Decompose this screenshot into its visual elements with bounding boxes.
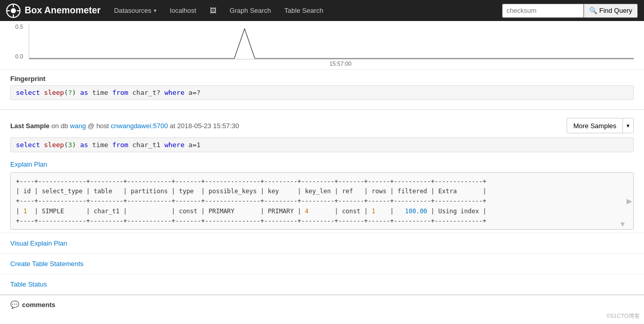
svg-point-1 [11,8,16,13]
table-status-section: Table Status [0,274,644,294]
navbar: Box Anemometer Datasources ▾ localhost 🖼… [0,0,644,21]
more-samples-button[interactable]: More Samples [567,118,622,133]
visual-explain-section: Visual Explain Plan [0,233,644,253]
comments-bar: 💬 comments [0,294,644,314]
nav-image[interactable]: 🖼 [205,0,222,21]
chart-y-axis: 0.5 0.0 [10,24,25,59]
comments-icon: 💬 [10,300,19,309]
last-sample-label: Last Sample [10,122,50,130]
last-sample-host: cnwangdawei:5700 [111,122,168,130]
visual-explain-link[interactable]: Visual Explain Plan [10,239,67,247]
fingerprint-code: select sleep(?) as time from char_t? whe… [10,85,634,100]
chart-x-label: 15:57:00 [47,60,634,67]
create-table-section: Create Table Statements [0,253,644,274]
comments-label: comments [22,301,55,309]
image-icon: 🖼 [210,7,216,14]
nav-localhost[interactable]: localhost [165,0,201,21]
explain-table-wrapper: +----+-------------+---------+----------… [10,172,634,230]
explain-code: +----+-------------+---------+----------… [11,173,633,229]
search-icon: 🔍 [589,7,597,14]
last-sample-code-section: select sleep(3) as time from char_t1 whe… [0,137,644,157]
create-table-link[interactable]: Create Table Statements [10,260,84,268]
nav-table-search[interactable]: Table Search [279,0,329,21]
more-samples-group: More Samples ▾ [567,118,634,133]
nav-datasources[interactable]: Datasources ▾ [109,0,162,21]
search-input[interactable] [502,4,584,18]
chevron-down-icon: ▾ [154,8,156,13]
last-sample-db: wang [70,122,86,130]
scroll-right-indicator: ▶ [627,197,632,205]
chart-svg [29,24,634,59]
scroll-bottom-indicator: ▼ [619,220,626,228]
caret-down-icon: ▾ [627,123,630,129]
explain-scroll[interactable]: +----+-------------+---------+----------… [11,173,633,229]
watermark: ©51CTO博客 [607,312,640,314]
brand-icon [6,4,21,18]
last-sample-title: Last Sample on db wang @ host cnwangdawe… [10,122,239,130]
chart-area: 0.5 0.0 15:57:00 [0,21,644,70]
find-query-button[interactable]: 🔍 Find Query [584,4,638,18]
nav-graph-search[interactable]: Graph Search [225,0,276,21]
fingerprint-section: Fingerprint select sleep(?) as time from… [0,70,644,105]
more-samples-dropdown-button[interactable]: ▾ [622,118,634,133]
brand-label: Box Anemometer [25,5,100,16]
table-status-link[interactable]: Table Status [10,280,47,288]
explain-plan-title[interactable]: Explain Plan [10,160,634,168]
search-box: 🔍 Find Query [502,4,638,18]
brand: Box Anemometer [6,4,100,18]
last-sample-timestamp: 2018-05-23 15:57:30 [177,122,239,130]
last-sample-header: Last Sample on db wang @ host cnwangdawe… [0,114,644,137]
last-sample-code: select sleep(3) as time from char_t1 whe… [10,137,634,152]
explain-plan-section: Explain Plan +----+-------------+-------… [0,157,644,233]
fingerprint-label: Fingerprint [10,75,634,83]
